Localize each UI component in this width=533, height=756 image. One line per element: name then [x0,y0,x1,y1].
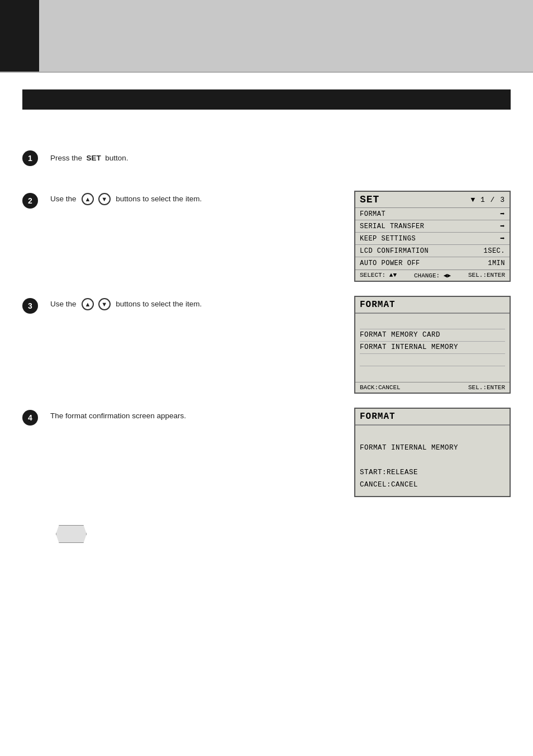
step-2-row: 2 Use the ▲ ▼ buttons to select the item… [22,191,511,282]
lcd-arrow-1: ➡ [500,209,505,219]
lcd-val-apo: 1MIN [488,259,505,267]
lcd-row-1-3: KEEP SETTINGS ➡ [355,233,510,245]
lcd-sel-1: SELECT: ▲▼ [360,272,397,279]
lcd-row-1-1: FORMAT ➡ [355,208,510,220]
down-btn-2: ▼ [98,193,111,205]
lcd-title-row-1: SET ▼ 1 / 3 [355,192,510,208]
format-footer-1: BACK:CANCEL SEL.:ENTER [355,382,510,393]
fmt-row-blank-1 [360,317,505,329]
lcd-label-keep: KEEP SETTINGS [360,235,416,243]
circle-3: 3 [22,298,38,314]
format-content-2: FORMAT INTERNAL MEMORY START:RELEASE CAN… [355,426,510,496]
fmt-back-1: BACK:CANCEL [360,384,401,391]
step-4-screen: FORMAT FORMAT INTERNAL MEMORY START:RELE… [354,408,511,497]
step-3-screen: FORMAT FORMAT MEMORY CARD FORMAT INTERNA… [354,296,511,394]
main-content: 1 Press the SET button. 2 Use the ▲ ▼ bu… [0,110,533,565]
step-4-number: 4 [22,408,50,426]
down-btn-3: ▼ [98,298,111,310]
lcd-footer-1: SELECT: ▲▼ CHANGE: ◀▶ SEL.:ENTER [355,270,510,281]
header-content [39,0,533,72]
up-btn-2: ▲ [82,193,94,205]
lcd-arrow-3: ➡ [500,234,505,243]
step-2-screen: SET ▼ 1 / 3 FORMAT ➡ SERIAL TRANSFER ➡ K… [354,191,511,282]
fmt-row-blank-2 [360,354,505,366]
fmt-line-2: FORMAT INTERNAL MEMORY [360,442,505,455]
note-section [22,525,511,543]
lcd-val-lcd: 1SEC. [483,247,505,255]
step-2-number: 2 [22,191,50,209]
step-4-row: 4 The format confirmation screen appears… [22,408,511,497]
step-1-row: 1 Press the SET button. [22,138,511,177]
format-title-2: FORMAT [355,409,510,426]
lcd-arrow-2: ➡ [500,221,505,231]
fmt-row-mc: FORMAT MEMORY CARD [360,329,505,342]
set-label: SET [87,154,101,162]
step-4-text: The format confirmation screen appears. [50,408,354,423]
circle-1: 1 [22,150,38,166]
lcd-row-1-5: AUTO POWER OFF 1MIN [355,257,510,270]
lcd-label-serial: SERIAL TRANSFER [360,223,425,230]
lcd-page-1: ▼ 1 / 3 [470,196,505,204]
fmt-line-4: START:RELEASE [360,467,505,479]
lcd-title-1: SET [360,194,379,205]
lcd-label-apo: AUTO POWER OFF [360,259,420,267]
format-content-1: FORMAT MEMORY CARD FORMAT INTERNAL MEMOR… [355,314,510,382]
circle-2: 2 [22,193,38,209]
lcd-change-1: CHANGE: ◀▶ [414,272,451,279]
step-1-text: Press the SET button. [50,150,354,165]
format-screen-1: FORMAT FORMAT MEMORY CARD FORMAT INTERNA… [354,296,511,394]
format-title-1: FORMAT [355,297,510,314]
step-1-number: 1 [22,148,50,166]
step-2-text: Use the ▲ ▼ buttons to select the item. [50,191,354,206]
header-black-block [0,0,39,72]
hex-icon [56,525,87,543]
section-header-bar [22,89,511,110]
step-3-number: 3 [22,296,50,314]
fmt-line-1 [360,430,505,442]
steps-area: 1 Press the SET button. 2 Use the ▲ ▼ bu… [22,138,511,511]
step-3-text: Use the ▲ ▼ buttons to select the item. [50,296,354,311]
fmt-row-im: FORMAT INTERNAL MEMORY [360,342,505,354]
header-bar [0,0,533,73]
lcd-enter-1: SEL.:ENTER [468,272,505,279]
lcd-row-1-2: SERIAL TRANSFER ➡ [355,220,510,233]
fmt-enter-1: SEL.:ENTER [468,384,505,391]
fmt-row-blank-3 [360,366,505,379]
up-btn-3: ▲ [82,298,94,310]
step-3-row: 3 Use the ▲ ▼ buttons to select the item… [22,296,511,394]
circle-4: 4 [22,410,38,426]
lcd-label-lcd: LCD CONFIRMATION [360,247,429,255]
lcd-label-format: FORMAT [360,210,386,218]
lcd-row-1-4: LCD CONFIRMATION 1SEC. [355,245,510,257]
fmt-line-5: CANCEL:CANCEL [360,479,505,492]
format-screen-2: FORMAT FORMAT INTERNAL MEMORY START:RELE… [354,408,511,497]
fmt-line-3 [360,455,505,467]
lcd-screen-1: SET ▼ 1 / 3 FORMAT ➡ SERIAL TRANSFER ➡ K… [354,191,511,282]
